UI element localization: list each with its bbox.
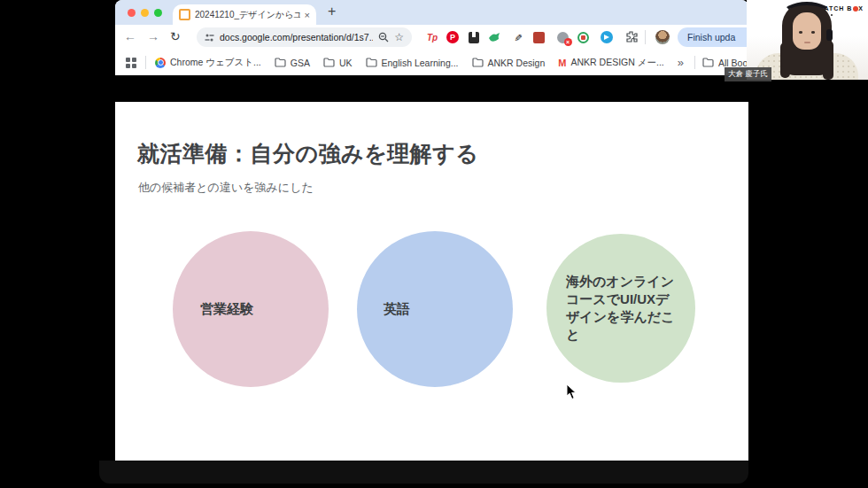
browser-window: 20241210_デザインからユーザ × + ← → ↻ docs.google… bbox=[115, 0, 748, 75]
strength-circle-english: 英語 bbox=[357, 231, 513, 387]
bookmark-folder-gsa[interactable]: GSA bbox=[275, 58, 310, 68]
bookmark-folder-english-learning[interactable]: English Learning... bbox=[366, 58, 459, 68]
folder-icon bbox=[472, 58, 484, 67]
profile-avatar[interactable] bbox=[655, 30, 670, 44]
bookmark-folder-ankr-design[interactable]: ANKR Design bbox=[472, 58, 546, 68]
bookmarks-divider bbox=[145, 56, 146, 69]
speaker-mouth bbox=[804, 42, 810, 43]
pinterest-extension-icon[interactable]: P bbox=[446, 30, 460, 44]
presentation-bottom-bar bbox=[99, 461, 748, 484]
apps-grid-button[interactable] bbox=[126, 58, 136, 68]
folder-icon bbox=[323, 58, 335, 67]
mouse-cursor bbox=[566, 383, 577, 400]
slide-subtitle: 他の候補者との違いを強みにした bbox=[138, 180, 314, 196]
strength-circle-uiux: 海外のオンラインコースでUI/UXデザインを学んだこと bbox=[546, 234, 695, 383]
presentation-slide: 就活準備：自分の強みを理解する 他の候補者との違いを強みにした 営業経験 英語 … bbox=[115, 102, 748, 461]
muted-badge: × bbox=[564, 38, 572, 46]
bird-extension-icon[interactable] bbox=[487, 30, 501, 44]
bookmark-chrome-webstore[interactable]: Chrome ウェブスト... bbox=[155, 57, 261, 69]
active-tab[interactable]: 20241210_デザインからユーザ × bbox=[173, 4, 316, 25]
red-square-extension-icon[interactable] bbox=[531, 30, 546, 44]
circle-label: 営業経験 bbox=[200, 300, 253, 318]
minimize-window-button[interactable] bbox=[141, 9, 149, 17]
slides-favicon-icon bbox=[179, 9, 190, 20]
tab-close-icon[interactable]: × bbox=[305, 10, 310, 20]
circle-label: 海外のオンラインコースでUI/UXデザインを学んだこと bbox=[566, 273, 676, 343]
speaker-eye bbox=[799, 31, 802, 34]
bookmark-extension-icon[interactable] bbox=[467, 30, 481, 44]
bookmarks-overflow-chevron[interactable]: » bbox=[678, 56, 684, 69]
folder-icon bbox=[366, 58, 377, 67]
reload-icon[interactable]: ↻ bbox=[170, 29, 181, 43]
matchbox-logo-o-icon bbox=[853, 6, 858, 12]
url-text: docs.google.com/presentation/d/1s7... bbox=[220, 32, 373, 43]
address-bar[interactable]: docs.google.com/presentation/d/1s7... ☆ bbox=[197, 27, 412, 47]
bookmark-gmail-ankr[interactable]: M ANKR DESIGN メー... bbox=[558, 57, 663, 69]
new-tab-button[interactable]: + bbox=[328, 4, 336, 19]
webcam-thumbnail: MATCH B X 大倉 慶子氏 bbox=[747, 0, 868, 80]
bookmarks-divider bbox=[694, 56, 695, 69]
gmail-icon: M bbox=[558, 58, 566, 68]
tab-title: 20241210_デザインからユーザ bbox=[195, 9, 300, 21]
blue-app-extension-icon[interactable] bbox=[600, 30, 614, 44]
bookmarks-bar: Chrome ウェブスト... GSA UK English Learning.… bbox=[115, 50, 748, 75]
toolbar-divider bbox=[645, 30, 646, 44]
eyedropper-extension-icon[interactable]: ✎ bbox=[511, 30, 525, 44]
headphones-icon bbox=[826, 29, 833, 41]
chrome-icon bbox=[155, 58, 166, 68]
camera-muted-extension-icon[interactable]: × bbox=[555, 30, 570, 44]
bookmark-folder-all-bookmarks[interactable]: All Book bbox=[702, 58, 753, 68]
folder-icon bbox=[702, 58, 714, 67]
speaker-name-tag: 大倉 慶子氏 bbox=[725, 67, 771, 81]
tp-extension-icon[interactable]: Tp bbox=[425, 30, 439, 44]
maximize-window-button[interactable] bbox=[154, 9, 162, 17]
zoom-icon[interactable] bbox=[378, 32, 389, 43]
folder-icon bbox=[275, 58, 286, 67]
back-icon[interactable]: ← bbox=[124, 29, 136, 43]
headphones-icon bbox=[781, 2, 833, 28]
slide-title: 就活準備：自分の強みを理解する bbox=[137, 139, 478, 168]
browser-toolbar: ← → ↻ docs.google.com/presentation/d/1s7… bbox=[115, 25, 748, 50]
site-info-icon[interactable] bbox=[205, 33, 214, 43]
strength-circle-sales: 営業経験 bbox=[173, 231, 329, 387]
recorder-extension-icon[interactable] bbox=[576, 30, 590, 44]
speaker-eye bbox=[811, 31, 815, 34]
forward-icon[interactable]: → bbox=[147, 29, 159, 43]
bookmark-star-icon[interactable]: ☆ bbox=[394, 31, 404, 43]
tab-strip: 20241210_デザインからユーザ × + bbox=[115, 0, 748, 25]
bookmark-folder-uk[interactable]: UK bbox=[323, 58, 353, 68]
apps-grid-icon bbox=[126, 58, 136, 68]
extensions-puzzle-icon[interactable] bbox=[624, 30, 639, 44]
close-window-button[interactable] bbox=[128, 9, 136, 17]
circle-label: 英語 bbox=[384, 300, 410, 318]
